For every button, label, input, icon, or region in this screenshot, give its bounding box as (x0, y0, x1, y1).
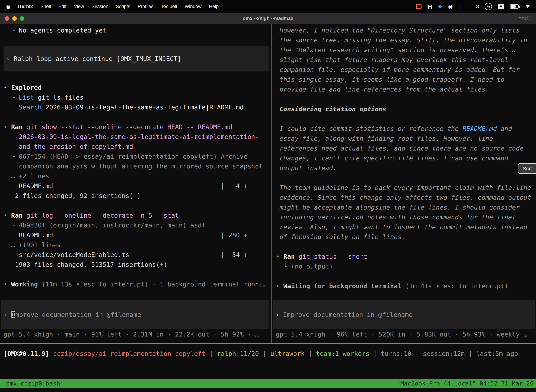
ran-git-show-header: • Ran git show --stat --oneline --decora… (4, 122, 271, 132)
blue-app-icon[interactable]: ❖ (438, 4, 442, 9)
waiting-status-line: • Waiting for background terminal (1m 41… (276, 281, 536, 291)
menu-status-icons: ▦ ❖ ◉ ⋮⋮⋮ 8 .61 A (416, 3, 531, 10)
circle-app-icon[interactable]: ◉ (448, 4, 453, 9)
thinking-line: slight risk that future readers may over… (276, 55, 536, 65)
thinking-line: evidence. Since this change only affects… (276, 193, 536, 202)
left-pane-scrollback: └ No agents completed yet › Ralph loop a… (0, 24, 271, 289)
tmux-session-label: [omx-cczip0:bash* (2, 380, 64, 387)
thinking-line: However, I noticed the "Directory Struct… (276, 25, 536, 35)
menu-item-help[interactable]: Help (205, 4, 222, 9)
explored-header: • Explored (4, 83, 271, 93)
prompt-glyph: › (275, 311, 283, 318)
minimize-button[interactable] (12, 16, 17, 21)
blank-line (276, 94, 536, 104)
traffic-lights (5, 16, 24, 21)
prompt-glyph: › (4, 311, 11, 318)
bottom-separator (0, 343, 536, 344)
git-log-stat-summary: 1903 files changed, 513517 insertions(+) (4, 260, 271, 270)
explored-search-line: Search 2026-03-09-is-legal-the-same-as-l… (4, 103, 271, 112)
macos-screen: iTerm2ShellEditViewSessionScriptsProfile… (0, 0, 536, 392)
git-show-arg-wrap-1: 2026-03-09-is-legal-the-same-as-legitima… (4, 132, 271, 142)
git-log-stat-readme: README.md | 280 + (4, 230, 271, 240)
text-cursor: I (11, 311, 15, 318)
blank-line (276, 242, 536, 252)
terminal-area: └ No agents completed yet › Ralph loop a… (0, 24, 536, 343)
blank-line (4, 112, 271, 122)
window-grid-icon[interactable]: ▦ (427, 4, 432, 9)
git-show-commit-line: └ 067f154 (HEAD -> essay/ai-reimplementa… (4, 152, 271, 161)
left-pane: └ No agents completed yet › Ralph loop a… (0, 24, 271, 343)
menu-items: iTerm2ShellEditViewSessionScriptsProfile… (14, 4, 222, 9)
menu-item-view[interactable]: View (70, 4, 88, 9)
menu-item-scripts[interactable]: Scripts (112, 4, 134, 9)
thinking-line: companion file, especially if more comme… (276, 65, 536, 75)
input-source-icon[interactable]: A (498, 4, 504, 9)
right-model-status-line: gpt-5.4 xhigh · 96% left · 520K in · 5.8… (276, 330, 527, 339)
battery-fill (511, 5, 516, 8)
ran-git-status-header: • Ran git status --short (276, 252, 536, 261)
blank-line (276, 173, 536, 183)
blank-line (276, 271, 536, 281)
thinking-line: I could cite commit statistics or refere… (276, 124, 536, 134)
right-pane-scrollback: However, I noticed the "Directory Struct… (272, 24, 536, 291)
ratio-badge-icon[interactable]: .61 (485, 3, 492, 10)
screen-notification-toast[interactable]: Scre (518, 163, 536, 174)
git-show-stat-readme: README.md | 4 + (4, 181, 271, 191)
digit-badge-icon[interactable]: 8 (476, 4, 479, 9)
thinking-line: might be acceptable alongside the file l… (276, 202, 536, 212)
thinking-heading: Considering citation options (276, 104, 536, 114)
thinking-line: references need actual files, and since … (276, 144, 536, 153)
git-log-stat-voice: src/voice/voiceModeEnabled.ts | 54 + (4, 250, 271, 260)
blank-line (4, 270, 271, 280)
battery-icon[interactable] (510, 4, 519, 9)
thinking-line: essay file, along with finding root file… (276, 134, 536, 144)
git-log-commit-line: └ 4b9d30f (origin/main, instructkr/main,… (4, 220, 271, 230)
screen-recording-icon[interactable] (416, 4, 421, 9)
apple-menu-icon[interactable] (5, 4, 14, 9)
explored-list-line: └ List git ls-files (4, 93, 271, 103)
window-title: omx --xhigh --madmax (0, 16, 536, 21)
menu-item-session[interactable]: Session (88, 4, 112, 9)
dots-grid-icon[interactable]: ⋮⋮⋮ (458, 4, 470, 9)
menu-item-toolbelt[interactable]: Toolbelt (157, 4, 181, 9)
left-prompt-input[interactable]: › Improve documentation in @filename (1, 300, 269, 329)
window-shortcut-badge: ⌥⌘1 (519, 16, 531, 21)
blank-line (4, 201, 271, 210)
banner-prompt-glyph: › (6, 55, 14, 62)
menu-item-iterm2[interactable]: iTerm2 (14, 4, 37, 9)
omx-status-line: [OMX#0.11.9] cczip/essay/ai-reimplementa… (4, 349, 536, 359)
thinking-line: this single essay, it seems like a good … (276, 75, 536, 84)
git-show-commit-line-2: companion analysis without altering the … (4, 161, 271, 171)
tmux-host-clock: "MacBook-Pro-44.local" 04:52 31-Mar-26 (397, 380, 534, 387)
input-text: mprove documentation in @filename (15, 311, 141, 318)
menu-item-window[interactable]: Window (181, 4, 205, 9)
git-show-more-lines: … +2 lines (4, 171, 271, 181)
close-button[interactable] (5, 16, 9, 21)
omx-status: [OMX#0.11.9] cczip/essay/ai-reimplementa… (4, 349, 536, 359)
thinking-line: including verification notes with those … (276, 212, 536, 222)
menu-item-profiles[interactable]: Profiles (134, 4, 157, 9)
thinking-line: changes, I can't cite specific file line… (276, 153, 536, 163)
menu-bar-left: iTerm2ShellEditViewSessionScriptsProfile… (5, 4, 222, 9)
menu-item-edit[interactable]: Edit (55, 4, 70, 9)
thinking-line: the "Related research writing" section i… (276, 45, 536, 55)
git-status-output: └ (no output) (276, 261, 536, 271)
thinking-line: provide file and line references from th… (276, 84, 536, 94)
left-model-status-line: gpt-5.4 xhigh · main · 91% left · 2.31M … (4, 330, 259, 339)
thinking-line: review. Also, I might want to inspect th… (276, 222, 536, 232)
window-titlebar: omx --xhigh --madmax ⌥⌘1 (0, 13, 536, 24)
git-show-arg-wrap-2: and-the-erosion-of-copyleft.md (4, 142, 271, 152)
zoom-button[interactable] (20, 16, 24, 21)
toast-text: Scre (523, 166, 534, 171)
battery-nub (519, 6, 520, 8)
ralph-loop-banner: › Ralph loop active continue [OMX_TMUX_I… (4, 46, 269, 71)
wifi-icon[interactable] (524, 4, 531, 9)
menu-item-shell[interactable]: Shell (37, 4, 55, 9)
git-show-stat-summary: 2 files changed, 92 insertions(+) (4, 191, 271, 201)
blank-line (276, 114, 536, 124)
thinking-line: of focusing solely on file lines. (276, 232, 536, 242)
git-log-more-lines: … +1901 lines (4, 240, 271, 250)
thinking-line: the source tree, missing the essay. Stil… (276, 35, 536, 45)
menu-bar: iTerm2ShellEditViewSessionScriptsProfile… (0, 0, 536, 13)
right-prompt-input[interactable]: › Improve documentation in @filename (273, 300, 535, 329)
